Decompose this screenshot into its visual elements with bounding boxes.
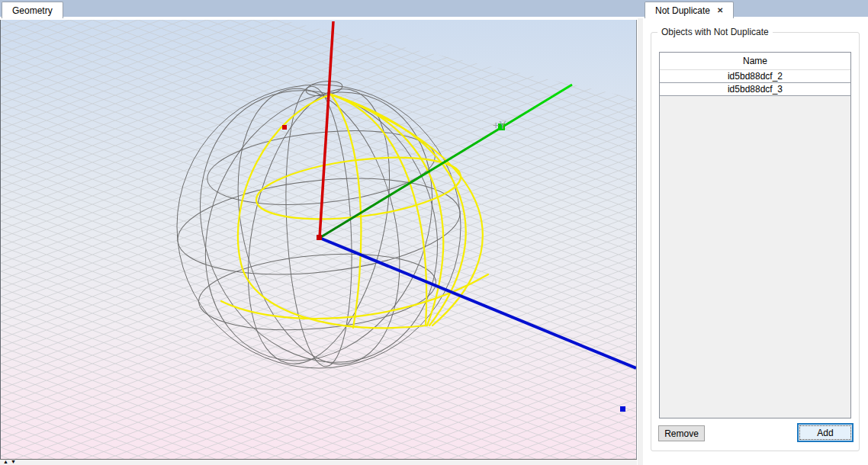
y-axis-label: +Y [493, 119, 506, 131]
scene-canvas[interactable]: +Y [1, 20, 637, 459]
tab-geometry-label: Geometry [12, 3, 53, 18]
vertical-splitter[interactable] [638, 18, 643, 465]
remove-button[interactable]: Remove [658, 425, 705, 441]
not-duplicate-panel: Objects with Not Duplicate Name id5bd88d… [643, 18, 868, 465]
objects-groupbox: Objects with Not Duplicate Name id5bd88d… [651, 32, 860, 451]
horizontal-splitter[interactable]: ▲ ▼ [0, 459, 637, 465]
table-row[interactable]: id5bd88dcf_2 [660, 70, 850, 83]
splitter-down-icon[interactable]: ▼ [11, 459, 16, 465]
geometry-viewport[interactable]: +Y [0, 20, 637, 459]
tab-strip: Geometry Not Duplicate ✕ [0, 0, 868, 18]
red-point-marker[interactable] [282, 125, 287, 130]
groupbox-title: Objects with Not Duplicate [657, 27, 773, 37]
origin-marker [317, 235, 322, 240]
objects-table[interactable]: Name id5bd88dcf_2 id5bd88dcf_3 [659, 52, 851, 418]
table-row[interactable]: id5bd88dcf_3 [660, 83, 850, 96]
close-icon[interactable]: ✕ [717, 7, 723, 14]
blue-point-marker[interactable] [620, 406, 625, 412]
tab-not-duplicate-label: Not Duplicate [655, 3, 710, 18]
splitter-up-icon[interactable]: ▲ [3, 459, 8, 465]
table-header-name[interactable]: Name [660, 53, 850, 70]
add-button[interactable]: Add [797, 423, 854, 442]
tab-geometry[interactable]: Geometry [2, 2, 63, 18]
tab-not-duplicate[interactable]: Not Duplicate ✕ [645, 2, 734, 18]
app-window: Geometry Not Duplicate ✕ [0, 0, 868, 465]
